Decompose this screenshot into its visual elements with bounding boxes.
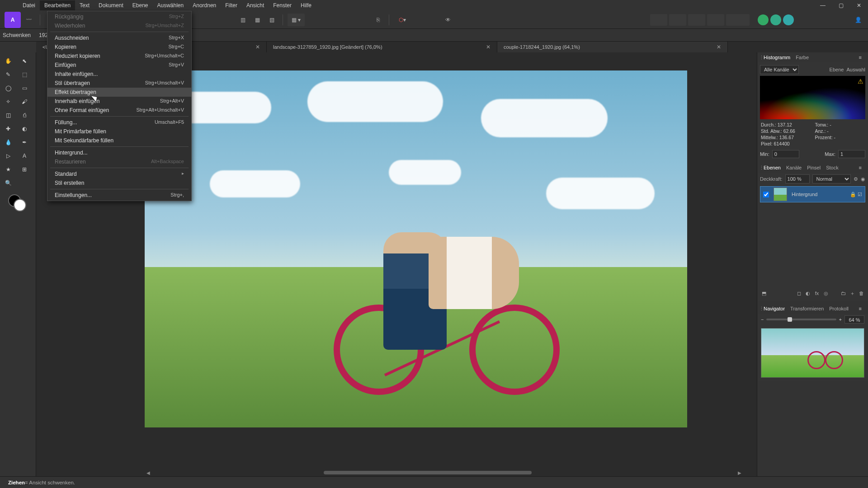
menu-item-standard[interactable]: Standard	[47, 169, 191, 178]
selection-brush-tool[interactable]: ◯	[0, 81, 16, 95]
zoom-tool[interactable]: 🔍	[0, 176, 16, 190]
persona-develop[interactable]	[688, 14, 705, 26]
panel-menu-icon[interactable]: ≡	[859, 55, 862, 60]
arrange-dropdown[interactable]: ▦ ▾	[288, 14, 305, 26]
hist-max-input[interactable]	[838, 150, 865, 158]
document-tab[interactable]: landscape-3127859_1920.jpg [Geändert] (7…	[267, 42, 497, 52]
layer-visibility-checkbox[interactable]	[763, 192, 769, 197]
layer-adjust-icon[interactable]: ◐	[804, 289, 812, 297]
menu-item-inhalte-einfügen-[interactable]: Inhalte einfügen...	[47, 70, 191, 79]
menu-bearbeiten[interactable]: Bearbeiten	[40, 0, 75, 10]
layer-visible-icon[interactable]: ◉	[861, 176, 865, 182]
tab-brushes[interactable]: Pinsel	[807, 165, 821, 170]
menu-item-stil-übertragen[interactable]: Stil übertragenStrg+Umschalt+V	[47, 79, 191, 88]
align-center-icon[interactable]: ▦	[251, 14, 264, 26]
brush-tool[interactable]: 🖌	[16, 95, 33, 108]
text-tool[interactable]: A	[16, 149, 33, 163]
mesh-tool[interactable]: ⊞	[16, 163, 33, 176]
close-tab-icon[interactable]: ✕	[717, 44, 721, 50]
align-left-icon[interactable]: ▥	[236, 14, 249, 26]
layer-delete-icon[interactable]: 🗑	[857, 289, 865, 297]
menu-item-ausschneiden[interactable]: AusschneidenStrg+X	[47, 33, 191, 42]
menu-filter[interactable]: Filter	[221, 0, 242, 10]
persona-liquify[interactable]	[669, 14, 686, 26]
snapping-dropdown[interactable]: ⬡ ▾	[394, 14, 411, 26]
layer-group-icon[interactable]: 🗀	[839, 289, 847, 297]
liquify-persona-icon[interactable]: 〰	[23, 14, 35, 26]
menu-text[interactable]: Text	[75, 0, 94, 10]
lock-icon[interactable]: 🔒 ☑	[850, 192, 862, 197]
menu-item-reduziert-kopieren[interactable]: Reduziert kopierenStrg+Umschalt+C	[47, 52, 191, 61]
zoom-in-button[interactable]: +	[839, 317, 842, 322]
inpaint-tool[interactable]: ✚	[0, 122, 16, 136]
layer-live-icon[interactable]: ◎	[822, 289, 830, 297]
hist-min-input[interactable]	[772, 150, 799, 158]
menu-item-einfügen[interactable]: EinfügenStrg+V	[47, 61, 191, 70]
hist-layer-button[interactable]: Ebene	[830, 67, 844, 72]
insert-target-icon[interactable]: ⎘	[372, 14, 384, 26]
menu-item-effekt-übertragen[interactable]: Effekt übertragen	[47, 88, 191, 97]
menu-item-kopieren[interactable]: KopierenStrg+C	[47, 42, 191, 52]
menu-item-innerhalb-einfügen[interactable]: Innerhalb einfügenStrg+Alt+V	[47, 97, 191, 106]
maximize-button[interactable]: ▢	[832, 0, 850, 11]
flood-select-tool[interactable]: ✧	[0, 95, 16, 108]
horizontal-scrollbar[interactable]: ◀ ▶	[145, 470, 743, 475]
crop-tool[interactable]: ⬚	[16, 68, 33, 81]
tab-transform[interactable]: Transformieren	[790, 306, 824, 311]
menu-ansicht[interactable]: Ansicht	[242, 0, 269, 10]
layers-panel-menu-icon[interactable]: ≡	[859, 165, 862, 170]
zoom-value[interactable]: 64 %	[844, 315, 864, 324]
primary-color-swatch[interactable]	[14, 199, 26, 211]
menu-item-ohne-format-einfügen[interactable]: Ohne Format einfügenStrg+Alt+Umschalt+V	[47, 106, 191, 115]
color-picker-tool[interactable]: ✎	[0, 68, 16, 81]
menu-item-hintergrund-[interactable]: Hintergrund...	[47, 148, 191, 157]
account-icon[interactable]: 👤	[852, 14, 864, 26]
document-tab[interactable]: couple-1718244_1920.jpg (64,1%)✕	[497, 42, 728, 52]
menu-anordnen[interactable]: Anordnen	[188, 0, 221, 10]
menu-hilfe[interactable]: Hilfe	[296, 0, 316, 10]
channels-select[interactable]: Alle Kanäle	[760, 65, 799, 74]
tab-history[interactable]: Protokoll	[829, 306, 849, 311]
eraser-tool[interactable]: ◫	[0, 108, 16, 122]
nav-panel-menu-icon[interactable]: ≡	[859, 306, 862, 311]
node-tool[interactable]: ▷	[0, 149, 16, 163]
close-button[interactable]: ✕	[850, 0, 868, 11]
layer-fx-icon[interactable]: ⚙	[854, 176, 858, 182]
align-right-icon[interactable]: ▧	[265, 14, 278, 26]
pen-tool[interactable]: ✒	[16, 136, 33, 149]
menu-auswählen[interactable]: Auswählen	[152, 0, 188, 10]
blend-mode-select[interactable]: Normal	[812, 174, 851, 183]
layer-mask-icon[interactable]: ◻	[795, 289, 803, 297]
tab-channels[interactable]: Kanäle	[786, 165, 802, 170]
menu-ebene[interactable]: Ebene	[128, 0, 153, 10]
layer-merge-icon[interactable]: ⬒	[760, 289, 768, 297]
shape-tool[interactable]: ★	[0, 163, 16, 176]
clone-tool[interactable]: ⎙	[16, 108, 33, 122]
tab-stock[interactable]: Stock	[826, 165, 839, 170]
layer-add-icon[interactable]: ＋	[848, 289, 856, 297]
menu-item-füllung-[interactable]: Füllung...Umschalt+F5	[47, 118, 191, 127]
blur-tool[interactable]: 💧	[0, 136, 16, 149]
move-tool[interactable]: ⬉	[16, 54, 33, 68]
navigator-preview[interactable]	[761, 328, 864, 378]
tab-color[interactable]: Farbe	[796, 55, 809, 60]
menu-item-mit-primärfarbe-füllen[interactable]: Mit Primärfarbe füllen	[47, 127, 191, 136]
menu-item-einstellungen-[interactable]: Einstellungen...Strg+,	[47, 191, 191, 200]
close-tab-icon[interactable]: ✕	[255, 44, 260, 50]
hist-selection-button[interactable]: Auswahl	[846, 67, 865, 72]
sync-icon[interactable]	[758, 14, 769, 25]
persona-photo[interactable]	[650, 14, 667, 26]
menu-item-stil-erstellen[interactable]: Stil erstellen	[47, 178, 191, 188]
layer-row[interactable]: Hintergrund 🔒 ☑	[760, 186, 865, 202]
menu-item-mit-sekundärfarbe-füllen[interactable]: Mit Sekundärfarbe füllen	[47, 136, 191, 145]
menu-dokument[interactable]: Dokument	[94, 0, 128, 10]
color-swatches[interactable]	[0, 192, 36, 214]
zoom-slider[interactable]	[766, 319, 836, 320]
zoom-out-button[interactable]: −	[761, 317, 764, 322]
layer-fx-icon2[interactable]: fx	[813, 289, 821, 297]
menu-datei[interactable]: Datei	[18, 0, 40, 10]
close-tab-icon[interactable]: ✕	[486, 44, 491, 50]
hand-tool[interactable]: ✋	[0, 54, 16, 68]
share-icon[interactable]	[783, 14, 794, 25]
persona-export[interactable]	[726, 14, 750, 26]
